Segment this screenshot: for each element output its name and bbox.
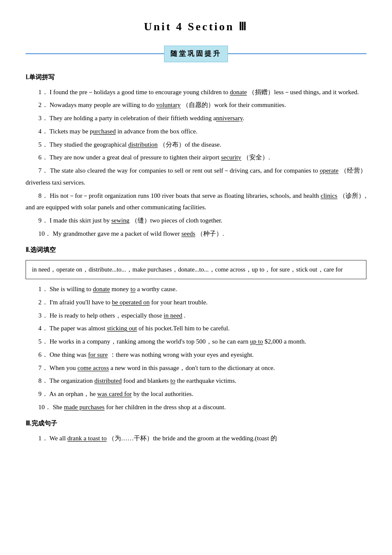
s2-text-mid-1: money [112,286,129,292]
s2-num-3: 3． [38,312,48,319]
s2-text-after-8: the earthquake victims. [177,377,236,384]
s2-item-9: 9． As an orphan，he was cared for by the … [26,388,366,400]
s1-num-1: 1． [38,89,48,95]
s2-answer-3: in need [164,312,182,319]
s1-text-after-3: . [242,115,244,121]
page-title: Unit 4 Section Ⅲ [26,17,366,37]
s1-text-before-9: I made this skirt just by [49,217,110,224]
page-container: Unit 4 Section Ⅲ 随堂巩固提升 Ⅰ.单词拼写 1． I foun… [26,17,366,444]
s1-num-8: 8． [38,192,48,199]
s3-item-1: 1． We all drank a toast to （为……干杯）the br… [26,433,366,445]
s2-item-4: 4． The paper was almost sticking out of … [26,323,366,335]
s1-num-4: 4． [38,128,48,135]
s1-text-after-5: （分布）of the disease. [159,141,221,148]
s2-answer-10: made purchases [64,404,104,410]
s1-answer-1: donate [230,89,247,95]
s2-answer8b-8: to [170,377,176,384]
s1-text-before-3: They are holding a party in celebration … [49,115,216,121]
s1-item-6: 6． They are now under a great deal of pr… [26,152,366,164]
s1-item-1: 1． I found the pre－holidays a good time … [26,87,366,98]
s1-text-before-5: They studied the geographical [49,141,127,148]
s1-text-before-6: They are now under a great deal of press… [49,154,219,161]
s2-item-1: 1． She is willing to donate money to a w… [26,283,366,295]
s1-answer-4: urchased [93,128,115,135]
s1-item-3: 3． They are holding a party in celebrati… [26,113,366,124]
s2-num-2: 2． [38,299,48,306]
s1-text1-after-1: （捐赠）less－used things, and it worked. [248,89,359,95]
s2-text-before-3: He is ready to help others，especially th… [49,312,162,319]
s2-answer-9: was cared for [97,390,132,397]
s2-num-1: 1． [38,286,48,292]
s2-text-before-10: She [53,404,63,410]
s2-text-after-4: of his pocket.Tell him to be careful. [138,325,230,332]
s1-text-after-6: （安全）. [243,154,270,161]
s2-text-before-7: When you [49,364,76,371]
s2-text-after-6: ：there was nothing wrong with your eyes … [110,351,254,358]
s2-text-after-9: by the local authorities. [133,390,193,397]
s2-text-after-3: . [184,312,186,319]
s1-num-7: 7． [38,167,48,174]
s2-text-before-6: One thing was [49,351,86,358]
s2-text-before-9: As an orphan，he [49,390,95,397]
s1-answer-3: nniversary [216,115,242,121]
s1-text-before-10: My grandmother gave me a packet of wild … [53,230,180,237]
s2-num-7: 7． [38,364,48,371]
s2-num-6: 6． [38,351,48,358]
s1-answer-10: seeds [182,230,196,237]
s1-answer-5: distribution [128,141,158,148]
s2-num-5: 5． [38,338,48,345]
s2-num-10: 10． [38,404,51,410]
s1-answer-8: clinics [321,192,337,199]
s2-text-before-2: I'm afraid you'll have to [49,299,110,306]
s1-num-3: 3． [38,115,48,121]
s1-text-before-8: His not－for－profit organization runs 100… [50,192,319,199]
s2-num-8: 8． [38,377,48,384]
s1-num-6: 6． [38,154,48,161]
s2-answer-2: be operated on [112,299,150,306]
s1-answer-7: operate [320,167,338,174]
s2-answer1a-1: donate [93,286,110,292]
s3-text-after-1: （为……干杯）the bride and the groom at the we… [108,435,277,442]
s1-text1-before-1: I found the pre－holidays a good time to … [49,89,228,95]
s1-text-after-2: （自愿的）work for their communities. [182,101,286,108]
s1-item-8: 8． His not－for－profit organization runs … [26,190,366,214]
s2-answer-7: come across [78,364,109,371]
banner-text: 随堂巩固提升 [164,46,228,62]
section-banner: 随堂巩固提升 [26,46,366,62]
s2-answer8a-8: distributed [95,377,122,384]
s1-item-7: 7． The state also cleared the way for co… [26,165,366,189]
s1-num-9: 9． [38,217,48,224]
s2-text-after-10: for her children in the dress shop at a … [106,404,226,410]
s1-item-9: 9． I made this skirt just by sewing （缝）t… [26,215,366,227]
s1-answer-9: sewing [111,217,130,224]
s2-item-8: 8． The organization distributed food and… [26,375,366,387]
s1-text-after-9: （缝）two pieces of cloth together. [131,217,223,224]
s1-num-10: 10． [38,230,51,237]
s2-num-9: 9． [38,390,48,397]
s2-text-mid-8: food and blankets [123,377,169,384]
s2-text-before-1: She is willing to [49,286,91,292]
section2-heading: Ⅱ.选词填空 [26,244,366,256]
s2-text-before-5: He works in a company，ranking among the … [49,338,248,345]
s1-text-after-10: （种子）. [197,230,224,237]
banner-line-right [228,53,366,54]
s1-text-after-4: in advance from the box office. [117,128,197,135]
s2-answer5a-5: up to [250,338,263,345]
s2-text-after-7: a new word in this passage，don't turn to… [110,364,275,371]
s2-answer-6: for sure [88,351,108,358]
s3-num-1: 1． [38,435,48,442]
s2-item-5: 5． He works in a company，ranking among t… [26,336,366,348]
phrase-box: in need，operate on，distribute...to...，ma… [26,260,366,280]
s2-text-after-5: $2,000 a month. [265,338,306,345]
s2-item-7: 7． When you come across a new word in th… [26,362,366,374]
s1-text-before-7: The state also cleared the way for compa… [50,167,318,174]
s2-num-4: 4． [38,325,48,332]
s1-num-5: 5． [38,141,48,148]
s2-text-before-8: The organization [49,377,93,384]
s2-text-before-4: The paper was almost [49,325,105,332]
s1-answer-6: security [221,154,241,161]
s1-text-before-4: Tickets may be p [49,128,93,135]
s2-item-2: 2． I'm afraid you'll have to be operated… [26,297,366,309]
section3-heading: Ⅲ.完成句子 [26,418,366,429]
s2-text-after-2: for your heart trouble. [151,299,208,306]
